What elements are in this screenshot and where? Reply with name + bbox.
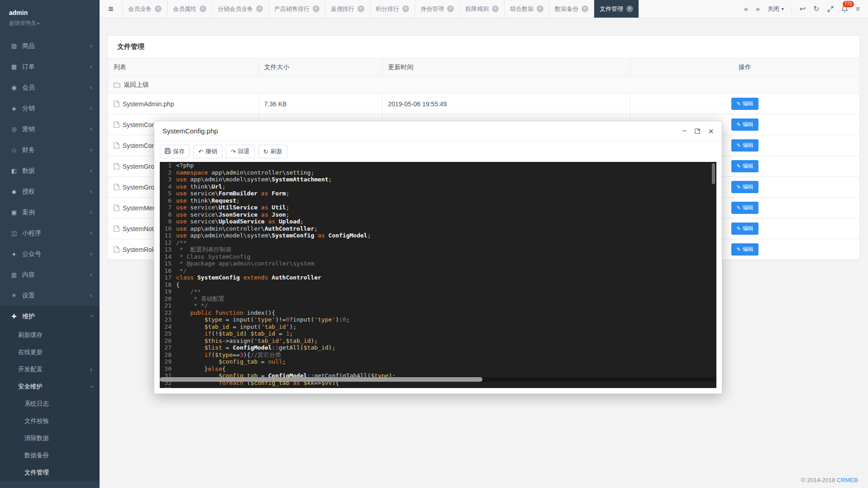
tab-close-icon[interactable]: × xyxy=(402,5,409,12)
sidebar-item-label: 清除数据 xyxy=(24,435,49,441)
tab-close-icon[interactable]: × xyxy=(155,5,162,12)
sidebar-item-auth[interactable]: ◆授权‹ xyxy=(0,181,100,202)
sidebar-item-data[interactable]: ◧数据‹ xyxy=(0,160,100,181)
sidebar-item-finance[interactable]: ◇财务‹ xyxy=(0,139,100,160)
up-level-row[interactable]: 返回上级 xyxy=(108,77,859,94)
sidebar-item-content[interactable]: ▥内容‹ xyxy=(0,264,100,285)
tab-close-icon[interactable]: × xyxy=(582,5,588,12)
sidebar-item-online-update[interactable]: 在线更新 xyxy=(0,344,100,361)
code-editor-modal: SystemConfig.php − × 保存 ↶ 撤销 ↷ 回退 ↻ 刷新 1… xyxy=(154,121,722,394)
sidebar-item-clear-data[interactable]: 清除数据 xyxy=(0,430,100,447)
tab-close-icon[interactable]: × xyxy=(447,5,454,12)
tabs-scroll-left-icon[interactable]: « xyxy=(744,5,748,13)
sidebar-item-refresh-cache[interactable]: 刷新缓存 xyxy=(0,327,100,344)
edit-button[interactable]: ✎编辑 xyxy=(731,118,758,131)
edit-button[interactable]: ✎编辑 xyxy=(731,181,758,193)
sidebar-item-label: 设置 xyxy=(22,292,35,299)
line-number: 24 xyxy=(160,323,176,331)
line-number: 21 xyxy=(160,302,176,309)
edit-button[interactable]: ✎编辑 xyxy=(731,139,758,152)
col-header-updated: 更新时间 xyxy=(382,58,630,77)
undo-button[interactable]: ↶ 撤销 xyxy=(193,145,222,158)
chevron-left-icon: ‹ xyxy=(90,160,92,181)
tab-close-icon[interactable]: × xyxy=(626,5,633,12)
sidebar-item-file-manage[interactable]: 文件管理 xyxy=(0,464,100,481)
chevron-down-icon: ‹ xyxy=(81,315,100,317)
tab-close-icon[interactable]: × xyxy=(537,5,544,12)
sidebar-item-dev-config[interactable]: 开发配置‹ xyxy=(0,361,100,378)
topbar-tab[interactable]: 积分排行× xyxy=(370,0,415,18)
minimize-icon[interactable]: − xyxy=(682,127,687,135)
sidebar-item-marketing[interactable]: ◎营销‹ xyxy=(0,118,100,139)
save-button[interactable]: 保存 xyxy=(160,145,190,158)
editor-vscrollbar-thumb[interactable] xyxy=(712,163,715,184)
crmeb-link[interactable]: CRMEB xyxy=(837,477,858,483)
sidebar-item-orders[interactable]: ▦订单‹ xyxy=(0,56,100,77)
tab-close-icon[interactable]: × xyxy=(256,5,263,12)
modal-header[interactable]: SystemConfig.php − × xyxy=(154,121,722,141)
edit-button[interactable]: ✎编辑 xyxy=(731,202,758,214)
orders-icon: ▦ xyxy=(10,57,18,77)
notifications-bell[interactable]: 772 xyxy=(841,5,848,13)
topbar-controls: « » 关闭▾ ↩ ↻ 772 ≡ xyxy=(736,0,868,18)
sidebar-item-data-backup[interactable]: 数据备份 xyxy=(0,447,100,464)
chevron-left-icon: ‹ xyxy=(90,56,92,77)
file-icon xyxy=(114,100,119,107)
code-line: /** xyxy=(176,239,186,246)
back-icon[interactable]: ↩ xyxy=(800,5,806,13)
redo-button[interactable]: ↷ 回退 xyxy=(226,145,255,158)
sidebar-item-miniprogram[interactable]: ◫小程序‹ xyxy=(0,223,100,243)
sidebar-item-settings[interactable]: ✳设置‹ xyxy=(0,285,100,306)
tab-close-icon[interactable]: × xyxy=(200,5,206,12)
line-number: 11 xyxy=(160,232,176,239)
topbar-tab[interactable]: 分销会员业务× xyxy=(212,0,268,18)
topbar-tab[interactable]: 权限规则× xyxy=(459,0,504,18)
code-editor[interactable]: 1<?php2namespace app\admin\controller\se… xyxy=(160,162,716,388)
refresh-code-button[interactable]: ↻ 刷新 xyxy=(258,145,287,158)
chevron-left-icon: ‹ xyxy=(90,243,92,264)
edit-button[interactable]: ✎编辑 xyxy=(731,160,758,172)
maximize-icon[interactable] xyxy=(695,128,700,134)
topbar-tab[interactable]: 会员属性× xyxy=(167,0,212,18)
topbar-tab[interactable]: 产品销售排行× xyxy=(268,0,325,18)
topbar-tab[interactable]: 数据备份× xyxy=(549,0,594,18)
chevron-left-icon: ‹ xyxy=(90,35,92,56)
close-icon[interactable]: × xyxy=(708,127,714,136)
topbar-tab[interactable]: 会员业务× xyxy=(122,0,167,18)
sidebar-item-maintenance[interactable]: ✚维护‹ xyxy=(0,306,100,327)
sidebar-item-system-log[interactable]: 系统日志 xyxy=(0,395,100,412)
chevron-left-icon: ‹ xyxy=(90,202,92,223)
line-number: 14 xyxy=(160,253,176,261)
topbar-tab[interactable]: 身份管理× xyxy=(415,0,459,18)
cases-icon: ▣ xyxy=(10,202,18,223)
sidebar-item-security-maintenance[interactable]: 安全维护‹ xyxy=(0,378,100,395)
edit-button[interactable]: ✎编辑 xyxy=(731,98,758,110)
line-number: 33 xyxy=(160,386,176,388)
sidebar-item-members[interactable]: ◉会员‹ xyxy=(0,77,100,98)
tab-close-icon[interactable]: × xyxy=(358,5,364,12)
editor-hscrollbar-thumb[interactable] xyxy=(160,377,482,382)
close-tabs-dropdown[interactable]: 关闭▾ xyxy=(768,5,784,13)
topbar-tab[interactable]: 文件管理× xyxy=(594,0,639,18)
hamburger-icon[interactable]: ≡ xyxy=(100,0,122,18)
refresh-icon[interactable]: ↻ xyxy=(813,5,819,13)
sidebar-item-official-account[interactable]: ●公众号‹ xyxy=(0,243,100,264)
topbar-tab[interactable]: 组合数据× xyxy=(504,0,549,18)
tab-bar: 会员业务×会员属性×分销会员业务×产品销售排行×返佣排行×积分排行×身份管理×权… xyxy=(122,0,736,18)
chevron-left-icon: ‹ xyxy=(90,264,92,285)
fullscreen-icon[interactable] xyxy=(827,6,834,12)
tabs-scroll-right-icon[interactable]: » xyxy=(756,5,760,13)
message-list-icon[interactable]: ≡ xyxy=(856,5,860,13)
sidebar-item-cases[interactable]: ▣案例‹ xyxy=(0,202,100,223)
code-line: namespace app\admin\controller\setting; xyxy=(176,169,314,176)
tab-close-icon[interactable]: × xyxy=(313,5,320,12)
sidebar-item-file-verify[interactable]: 文件校验 xyxy=(0,412,100,430)
tab-close-icon[interactable]: × xyxy=(492,5,499,12)
sidebar-item-distribution[interactable]: ◈分销‹ xyxy=(0,98,100,118)
distribution-icon: ◈ xyxy=(10,98,18,119)
edit-button[interactable]: ✎编辑 xyxy=(731,223,758,235)
edit-button[interactable]: ✎编辑 xyxy=(731,243,758,256)
user-role-dropdown[interactable]: 超级管理员▾ xyxy=(9,19,91,27)
topbar-tab[interactable]: 返佣排行× xyxy=(325,0,370,18)
sidebar-item-goods[interactable]: ▤商品‹ xyxy=(0,35,100,56)
